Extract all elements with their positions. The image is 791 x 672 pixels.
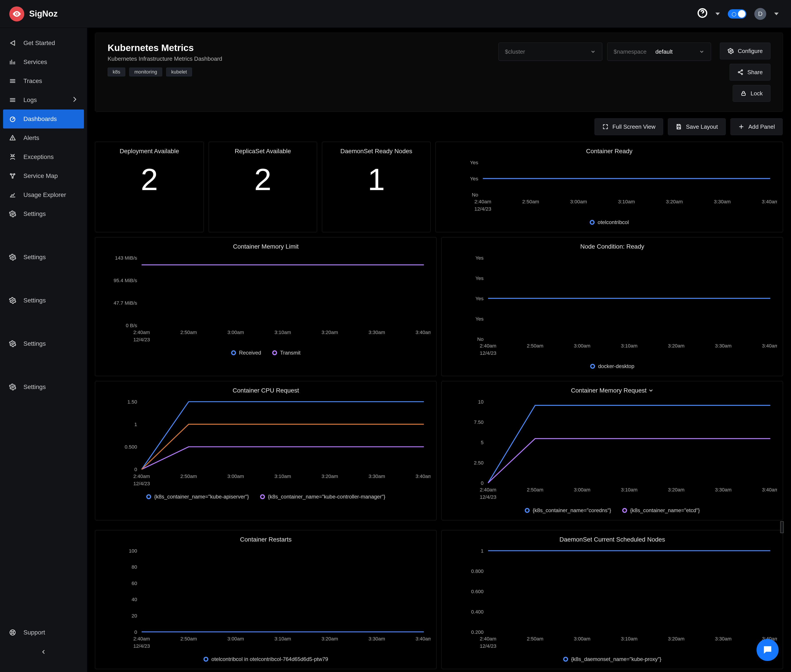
brand[interactable]: SigNoz [9, 6, 58, 21]
configure-button[interactable]: Configure [720, 43, 770, 59]
svg-text:3:40am: 3:40am [416, 474, 431, 479]
svg-text:0: 0 [134, 467, 137, 472]
namespace-placeholder: $namespace [614, 48, 647, 55]
panel-replicaset-available[interactable]: ReplicaSet Available 2 [209, 142, 317, 232]
svg-text:3:10am: 3:10am [621, 487, 637, 493]
svg-text:3:30am: 3:30am [369, 474, 385, 479]
dashboard-tag[interactable]: k8s [107, 67, 125, 77]
legend-swatch-icon [525, 508, 529, 513]
panel-node-condition-ready[interactable]: Node Condition: ReadyNoYesYesYesYes2:40a… [441, 237, 783, 376]
legend-item[interactable]: {k8s_container_name="etcd"} [622, 507, 700, 514]
svg-text:0.500: 0.500 [125, 444, 137, 450]
share-button[interactable]: Share [730, 64, 770, 81]
legend-swatch-icon [590, 220, 595, 225]
legend-item[interactable]: Transmit [272, 350, 300, 356]
sidebar-item-settings[interactable]: Settings [0, 378, 87, 397]
sidebar-item-service-map[interactable]: Service Map [0, 166, 87, 186]
sidebar-item-traces[interactable]: Traces [0, 72, 87, 91]
sidebar-item-alerts[interactable]: Alerts [0, 128, 87, 147]
exceptions-icon [9, 154, 16, 160]
svg-point-10 [12, 299, 13, 301]
svg-point-15 [730, 50, 732, 52]
panel-deployment-available[interactable]: Deployment Available 2 [95, 142, 204, 232]
legend-item[interactable]: {k8s_container_name="coredns"} [525, 507, 611, 514]
sidebar-item-exceptions[interactable]: Exceptions [0, 147, 87, 166]
sidebar-item-dashboards[interactable]: Dashboards [3, 109, 84, 128]
namespace-value: default [655, 48, 699, 55]
chart-svg: NoYesYesYesYes2:40am12/4/232:50am3:00am3… [448, 253, 777, 359]
settings-icon [9, 210, 16, 218]
sidebar: Get StartedServicesTracesLogsDashboardsA… [0, 28, 87, 672]
sidebar-item-label: Traces [23, 77, 42, 85]
svg-text:12/4/23: 12/4/23 [133, 643, 150, 649]
sidebar-item-settings[interactable]: Settings [0, 205, 87, 223]
dashboard-tag[interactable]: monitoring [129, 67, 162, 77]
fullscreen-button[interactable]: Full Screen View [595, 118, 663, 135]
help-icon[interactable] [697, 8, 708, 20]
svg-text:2.50: 2.50 [474, 460, 484, 466]
chart-svg: 0.2000.4000.6000.80012:40am12/4/232:50am… [448, 546, 777, 652]
panel-container-ready[interactable]: Container ReadyNoYesYes2:40am12/4/232:50… [435, 142, 783, 232]
panel-container-memory-limit[interactable]: Container Memory Limit0 B/s47.7 MiB/s95.… [95, 237, 436, 376]
sidebar-item-settings[interactable]: Settings [0, 291, 87, 310]
legend-item[interactable]: Received [231, 350, 261, 356]
sidebar-item-usage-explorer[interactable]: Usage Explorer [0, 186, 87, 205]
svg-text:2:40am: 2:40am [480, 636, 496, 642]
sidebar-item-settings[interactable]: Settings [0, 248, 87, 267]
svg-text:143 MiB/s: 143 MiB/s [115, 255, 137, 261]
svg-text:3:20am: 3:20am [321, 636, 338, 642]
logs-icon [9, 96, 16, 104]
panel-container-restarts[interactable]: Container Restarts0204060801002:40am12/4… [95, 530, 436, 669]
lock-button[interactable]: Lock [733, 85, 770, 102]
svg-text:3:30am: 3:30am [714, 199, 731, 205]
legend-item[interactable]: {k8s_daemonset_name="kube-proxy"} [563, 656, 661, 662]
legend-swatch-icon [231, 350, 236, 355]
settings-icon [9, 384, 16, 390]
dashboard-tag[interactable]: kubelet [166, 67, 192, 77]
panel-daemonset-current-scheduled[interactable]: DaemonSet Current Scheduled Nodes0.2000.… [441, 530, 783, 669]
legend-item[interactable]: {k8s_container_name="kube-apiserver"} [146, 494, 249, 500]
user-menu-caret-icon[interactable] [774, 13, 779, 15]
panel-container-memory-request[interactable]: Container Memory Request 02.5057.50102:4… [441, 381, 783, 520]
legend-item[interactable]: otelcontribcol [590, 219, 629, 226]
svg-text:3:30am: 3:30am [369, 636, 385, 642]
chart-svg: 0204060801002:40am12/4/232:50am3:00am3:1… [101, 546, 431, 652]
save-layout-button[interactable]: Save Layout [668, 118, 725, 135]
sidebar-item-settings[interactable]: Settings [0, 334, 87, 353]
legend-swatch-icon [622, 508, 627, 513]
svg-text:3:00am: 3:00am [227, 330, 244, 335]
svg-text:3:20am: 3:20am [668, 343, 685, 349]
namespace-select[interactable]: $namespace default [607, 43, 711, 61]
svg-text:3:10am: 3:10am [274, 636, 291, 642]
dashboards-icon [9, 115, 16, 123]
legend-item[interactable]: docker-desktop [590, 363, 634, 370]
sidebar-item-label: Settings [23, 210, 46, 218]
sidebar-item-label: Settings [23, 254, 46, 261]
panel-container-cpu-request[interactable]: Container CPU Request00.50011.502:40am12… [95, 381, 436, 520]
sidebar-item-logs[interactable]: Logs [0, 91, 87, 109]
sidebar-item-label: Settings [23, 340, 46, 347]
help-dropdown-caret-icon[interactable] [716, 13, 720, 15]
panel-daemonset-ready-nodes[interactable]: DaemonSet Ready Nodes 1 [322, 142, 431, 232]
user-avatar[interactable]: D [754, 8, 766, 20]
legend-item[interactable]: otelcontribcol in otelcontribcol-764d65d… [204, 656, 328, 662]
svg-point-2 [702, 15, 703, 16]
sidebar-item-label: Service Map [23, 173, 58, 179]
sidebar-item-label: Get Started [23, 40, 55, 46]
sidebar-collapse-icon[interactable] [41, 649, 46, 656]
svg-text:47.7 MiB/s: 47.7 MiB/s [114, 300, 137, 306]
intercom-fab[interactable] [757, 639, 779, 661]
add-panel-button[interactable]: Add Panel [730, 118, 783, 135]
sidebar-item-services[interactable]: Services [0, 53, 87, 72]
sidebar-item-get-started[interactable]: Get Started [0, 34, 87, 53]
svg-point-12 [12, 386, 13, 388]
panel-title: Container Ready [586, 148, 632, 155]
cluster-select[interactable]: $cluster [499, 43, 602, 61]
svg-text:12/4/23: 12/4/23 [480, 494, 496, 500]
theme-toggle[interactable] [728, 9, 746, 19]
legend-swatch-icon [146, 494, 151, 499]
sidebar-item-support[interactable]: Support [0, 623, 87, 642]
svg-text:Yes: Yes [475, 296, 484, 301]
legend-item[interactable]: {k8s_container_name="kube-controller-man… [260, 494, 385, 500]
svg-text:40: 40 [132, 597, 137, 602]
